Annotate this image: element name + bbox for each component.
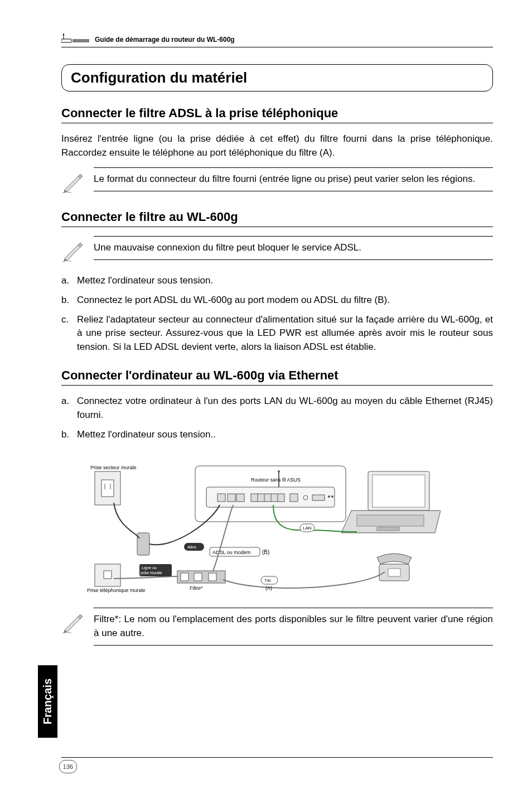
- section2-title: Connecter le filtre au WL-600g: [61, 210, 493, 227]
- pencil-note-icon: [61, 239, 86, 264]
- svg-rect-30: [377, 527, 399, 531]
- list-marker: a.: [61, 394, 77, 422]
- svg-point-26: [331, 495, 333, 498]
- list-text: Connectez le port ADSL du WL-600g au por…: [77, 293, 493, 307]
- section3-title: Connecter l'ordinateur au WL-600g via Et…: [61, 368, 493, 386]
- diagram-wall-power-label: Prise secteur murale: [90, 465, 137, 470]
- list-item: b.Connectez le port ADSL du WL-600g au p…: [61, 293, 493, 307]
- list-item: b.Mettez l'ordinateur sous tension..: [61, 428, 493, 442]
- list-item: a.Mettez l'ordinateur sous tension.: [61, 274, 493, 288]
- list-marker: c.: [61, 313, 77, 354]
- svg-rect-19: [217, 494, 225, 502]
- list-text: Mettez l'ordinateur sous tension..: [77, 428, 493, 442]
- section3-list: a.Connectez votre ordinateur à l'un des …: [61, 394, 493, 441]
- diagram-filter-label: Filtre*: [190, 585, 203, 591]
- svg-rect-43: [388, 569, 400, 576]
- footnote-text: Filtre*: Le nom ou l'emplacement des por…: [94, 608, 493, 645]
- router-mini-icon: [61, 33, 90, 46]
- diagram-a-label: (A): [265, 585, 272, 591]
- svg-rect-38: [209, 573, 216, 581]
- svg-point-1: [63, 34, 64, 35]
- section1-note-text: Le format du connecteur du filtre fourni…: [94, 167, 493, 191]
- svg-rect-22: [290, 494, 298, 502]
- diagram-power-label: Alim.: [187, 545, 197, 550]
- page-number: 136: [59, 760, 77, 773]
- connection-diagram: Prise secteur murale Routeur sans fil AS…: [84, 449, 441, 596]
- page-header: Guide de démarrage du routeur du WL-600g: [61, 33, 493, 47]
- svg-point-13: [278, 470, 280, 473]
- section1-title: Connecter le filtre ADSL à la prise télé…: [61, 106, 493, 123]
- svg-rect-2: [61, 39, 71, 42]
- section2-list: a.Mettez l'ordinateur sous tension. b.Co…: [61, 274, 493, 354]
- svg-rect-36: [181, 573, 188, 581]
- svg-rect-24: [312, 495, 325, 500]
- diagram-router-label: Routeur sans fil ASUS: [251, 477, 301, 483]
- diagram-lan-label: LAN: [303, 526, 312, 531]
- list-item: a.Connectez votre ordinateur à l'un des …: [61, 394, 493, 422]
- pencil-note-icon: [61, 171, 86, 195]
- main-heading-box: Configuration du matériel: [61, 64, 493, 92]
- section1-para: Insérez l'entrée ligne (ou la prise dédi…: [61, 132, 493, 160]
- svg-rect-37: [194, 573, 202, 581]
- svg-rect-20: [228, 494, 235, 502]
- list-text: Reliez l'adaptateur secteur au connecteu…: [77, 313, 493, 354]
- diagram-wall-phone-label: Prise téléphonique murale: [87, 588, 146, 593]
- svg-rect-8: [101, 480, 114, 497]
- list-text: Connectez votre ordinateur à l'un des po…: [77, 394, 493, 422]
- svg-rect-28: [373, 475, 425, 507]
- footer-rule: [61, 757, 493, 758]
- pencil-note-icon: [61, 611, 86, 636]
- svg-point-25: [328, 495, 330, 498]
- diagram-line-label-2: prise murale: [141, 571, 162, 575]
- main-heading: Configuration du matériel: [71, 69, 483, 86]
- diagram-tel-label: Tél.: [264, 578, 272, 583]
- list-item: c.Reliez l'adaptateur secteur au connect…: [61, 313, 493, 354]
- svg-rect-29: [357, 515, 424, 526]
- header-guide-title: Guide de démarrage du routeur du WL-600g: [95, 36, 235, 44]
- svg-rect-14: [251, 494, 284, 502]
- svg-rect-21: [236, 494, 244, 502]
- svg-rect-40: [104, 571, 112, 579]
- list-marker: b.: [61, 428, 77, 442]
- section1-note: Le format du connecteur du filtre fourni…: [61, 167, 493, 195]
- diagram-b-label: (B): [262, 549, 269, 555]
- language-side-tab: Français: [38, 665, 57, 738]
- section2-note: Une mauvaise connexion du filtre peut bl…: [61, 236, 493, 264]
- footnote-row: Filtre*: Le nom ou l'emplacement des por…: [61, 608, 493, 645]
- list-marker: b.: [61, 293, 77, 307]
- section2-note-text: Une mauvaise connexion du filtre peut bl…: [94, 236, 493, 260]
- svg-rect-32: [137, 533, 149, 555]
- diagram-line-label-1: Ligne ou: [142, 566, 157, 570]
- list-text: Mettez l'ordinateur sous tension.: [77, 274, 493, 288]
- list-marker: a.: [61, 274, 77, 288]
